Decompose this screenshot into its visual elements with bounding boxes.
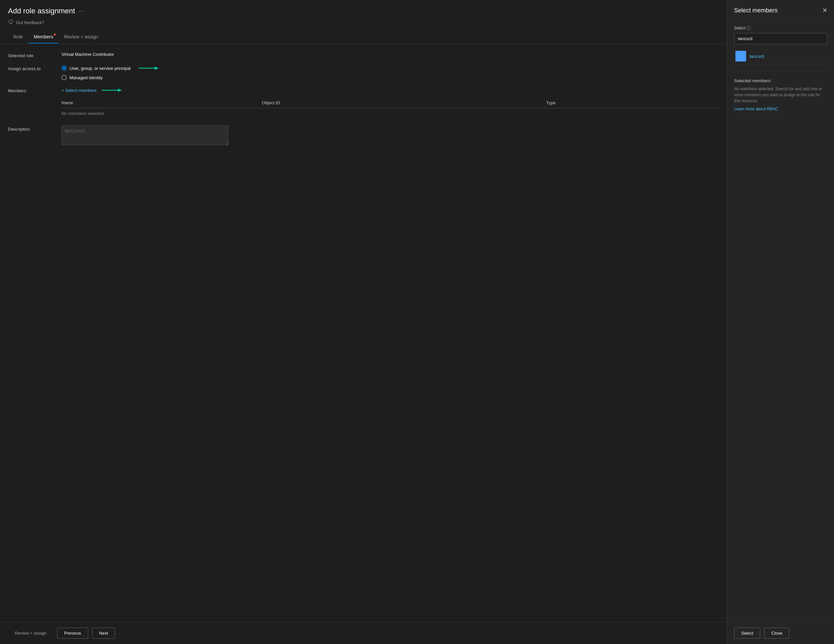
bottom-bar: Review + assign Previous Next — [0, 622, 727, 644]
selected-members-title: Selected members: — [734, 78, 827, 83]
feedback-icon: 🗨 — [8, 19, 13, 25]
tab-review-assign[interactable]: Review + assign — [58, 31, 103, 44]
selected-role-value: Virtual Machine Contributor — [61, 52, 114, 57]
side-panel-select-button[interactable]: Select — [734, 628, 760, 639]
side-panel-content: Select ⓘ tanzucli Selected members: No m… — [727, 20, 834, 622]
assign-access-row: Assign access to User, group, or service… — [8, 65, 719, 80]
col-name: Name — [61, 97, 262, 108]
description-row: Description — [8, 125, 719, 146]
panel-header: Add role assignment ··· 🗨 Got feedback? … — [0, 0, 727, 44]
col-object-id: Object ID — [262, 97, 546, 108]
members-form-area: + Select members Name — [61, 87, 719, 119]
tab-role[interactable]: Role — [8, 31, 28, 44]
selected-members-desc: No members selected. Search for and add … — [734, 86, 827, 104]
arrow-annotation-2 — [102, 87, 122, 94]
side-panel-bottom: Select Close — [727, 622, 834, 644]
panel-content: Selected role Virtual Machine Contributo… — [0, 44, 727, 622]
side-panel-title: Select members — [734, 7, 777, 14]
previous-button[interactable]: Previous — [57, 628, 88, 639]
radio-user-group[interactable]: User, group, or service principal — [61, 65, 159, 71]
col-type: Type — [546, 97, 719, 108]
description-textarea[interactable] — [61, 125, 228, 146]
members-label: Members — [8, 87, 61, 93]
more-options-icon[interactable]: ··· — [79, 8, 84, 15]
select-info-icon: ⓘ — [747, 25, 751, 31]
radio-label-managed-identity: Managed identity — [70, 75, 103, 80]
assign-access-label: Assign access to — [8, 65, 61, 71]
selected-role-label: Selected role — [8, 52, 61, 58]
no-members-text: No members selected — [61, 108, 719, 119]
result-name: tanzucli — [750, 54, 764, 59]
review-assign-button[interactable]: Review + assign — [8, 628, 53, 638]
search-result-item[interactable]: tanzucli — [734, 48, 827, 65]
members-table: Name Object ID Type No members selected — [61, 97, 719, 119]
tab-dot — [54, 33, 56, 36]
table-row-empty: No members selected — [61, 108, 719, 119]
side-panel: Select members ✕ Select ⓘ tanzucli Selec… — [727, 0, 834, 644]
members-link-row: + Select members — [61, 87, 719, 94]
page-title: Add role assignment — [8, 6, 75, 15]
result-avatar — [735, 51, 746, 61]
radio-label-user-group: User, group, or service principal — [70, 66, 131, 71]
feedback-label: Got feedback? — [16, 20, 44, 25]
description-field-wrapper — [61, 125, 228, 146]
svg-marker-3 — [118, 89, 122, 92]
select-label: Select ⓘ — [734, 25, 827, 31]
search-input[interactable] — [734, 33, 827, 44]
radio-managed-identity[interactable]: Managed identity — [61, 75, 159, 80]
radio-group: User, group, or service principal — [61, 65, 159, 80]
radio-btn-user-group[interactable] — [61, 65, 67, 71]
radio-btn-managed-identity[interactable] — [61, 75, 67, 80]
side-panel-header: Select members ✕ — [727, 0, 834, 20]
next-button[interactable]: Next — [92, 628, 115, 639]
selected-role-row: Selected role Virtual Machine Contributo… — [8, 52, 719, 58]
members-row: Members + Select members — [8, 87, 719, 119]
select-members-link[interactable]: + Select members — [61, 88, 97, 93]
assign-access-options: User, group, or service principal — [61, 65, 159, 80]
close-side-panel-button[interactable]: ✕ — [822, 6, 827, 14]
arrow-annotation-1 — [139, 65, 159, 71]
main-panel: Add role assignment ··· 🗨 Got feedback? … — [0, 0, 727, 644]
tab-members[interactable]: Members — [28, 31, 58, 44]
svg-marker-1 — [155, 66, 159, 70]
learn-more-rbac-link[interactable]: Learn more about RBAC — [734, 107, 827, 111]
side-panel-close-button[interactable]: Close — [764, 628, 789, 639]
description-label: Description — [8, 125, 61, 132]
selected-members-info: Selected members: No members selected. S… — [734, 71, 827, 111]
tabs-row: Role Members Review + assign — [8, 31, 719, 44]
